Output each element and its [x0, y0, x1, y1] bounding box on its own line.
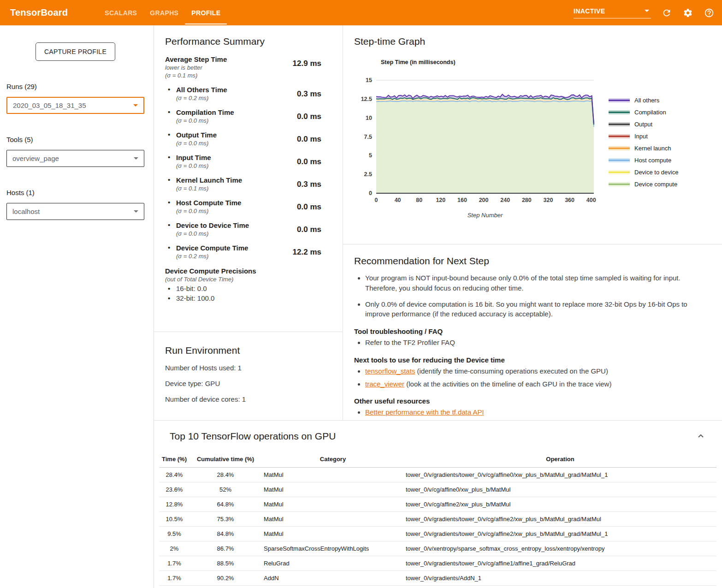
legend-label: Kernel launch — [634, 145, 671, 152]
legend-item[interactable]: Output — [609, 121, 678, 128]
legend-item[interactable]: Device to device — [609, 169, 678, 176]
metric-all-others-time: All Others Time (σ = 0.2 ms) 0.3 ms — [165, 86, 331, 101]
metric-host-compute-time: Host Compute Time (σ = 0.0 ms) 0.0 ms — [165, 199, 331, 214]
metric-label: Device Compute Time — [176, 244, 248, 252]
legend-label: Device to device — [634, 169, 678, 176]
legend-swatch-icon — [609, 158, 630, 162]
recommendation-bullet: Only 0.0% of device computation is 16 bi… — [365, 299, 711, 320]
metric-sigma: (σ = 0.0 ms) — [176, 140, 217, 147]
sidebar: CAPTURE PROFILE Runs (29) 2020_03_05_18_… — [0, 25, 154, 588]
faq-subtitle: Tool troubleshooting / FAQ — [354, 327, 711, 335]
metric-note: lower is better — [165, 64, 227, 71]
legend-item[interactable]: Device compute — [609, 181, 678, 188]
chevron-down-icon — [134, 210, 138, 213]
tab-profile[interactable]: PROFILE — [185, 0, 227, 25]
capture-profile-button[interactable]: CAPTURE PROFILE — [36, 42, 115, 61]
legend-item[interactable]: Compilation — [609, 109, 678, 116]
device-compute-precisions: Device Compute Precisions (out of Total … — [165, 267, 331, 302]
tab-graphs[interactable]: GRAPHS — [143, 0, 185, 25]
hosts-select-value: localhost — [12, 208, 40, 215]
next-tool-item: trace_viewer (look at the activities on … — [365, 379, 711, 389]
legend-label: Input — [634, 133, 648, 140]
table-row: 1.7%88.5%ReluGradtower_0/v/gradients/tow… — [160, 556, 716, 571]
faq-item: Refer to the TF2 Profiler FAQ — [365, 338, 711, 348]
metric-label: Compilation Time — [176, 108, 234, 116]
collapse-chevron-up-icon[interactable] — [695, 431, 706, 442]
svg-text:15: 15 — [366, 77, 372, 83]
svg-text:7.5: 7.5 — [364, 134, 372, 140]
refresh-icon[interactable] — [661, 7, 672, 18]
svg-text:2.5: 2.5 — [364, 171, 372, 178]
tab-scalars[interactable]: SCALARS — [98, 0, 143, 25]
metric-output-time: Output Time (σ = 0.0 ms) 0.0 ms — [165, 131, 331, 147]
metric-sigma: (σ = 0.0 ms) — [176, 162, 211, 169]
legend-swatch-icon — [609, 98, 630, 102]
tensorflow-stats-link[interactable]: tensorflow_stats — [365, 367, 415, 375]
table-row: 10.5%75.3%MatMultower_0/v/gradients/towe… — [160, 512, 716, 527]
runs-select[interactable]: 2020_03_05_18_31_35 — [6, 97, 144, 114]
metric-label: Average Step Time — [165, 55, 227, 63]
hosts-used-line: Number of Hosts used: 1 — [165, 364, 331, 372]
metric-label: Device to Device Time — [176, 221, 249, 229]
metric-sigma: (σ = 0.0 ms) — [176, 117, 234, 124]
svg-text:80: 80 — [416, 197, 422, 203]
tfdata-performance-link[interactable]: Better performance with the tf.data API — [365, 408, 484, 416]
reload-status-dropdown[interactable]: INACTIVE — [574, 7, 651, 18]
hosts-field: Hosts (1) localhost — [6, 189, 144, 220]
metric-compilation-time: Compilation Time (σ = 0.0 ms) 0.0 ms — [165, 108, 331, 124]
metric-value: 0.0 ms — [297, 225, 321, 237]
step-time-chart: 02.557.51012.515040801201602002402803203… — [354, 76, 604, 222]
legend-swatch-icon — [609, 122, 630, 126]
svg-text:12.5: 12.5 — [361, 96, 372, 102]
legend-item[interactable]: Kernel launch — [609, 145, 678, 152]
performance-summary-title: Performance Summary — [165, 36, 331, 47]
metric-label: Output Time — [176, 131, 217, 139]
trace-viewer-link[interactable]: trace_viewer — [365, 380, 404, 388]
metric-label: Host Compute Time — [176, 199, 241, 207]
tools-field: Tools (5) overview_page — [6, 136, 144, 167]
metric-input-time: Input Time (σ = 0.0 ms) 0.0 ms — [165, 154, 331, 169]
run-environment-title: Run Environment — [165, 345, 331, 356]
app-logo: TensorBoard — [10, 7, 68, 18]
legend-item[interactable]: All others — [609, 97, 678, 104]
metric-sigma: (σ = 0.1 ms) — [176, 185, 242, 192]
metric-sigma: (σ = 0.0 ms) — [176, 230, 249, 237]
svg-text:400: 400 — [586, 197, 596, 203]
svg-text:Step Number: Step Number — [468, 212, 503, 219]
column-header-operation: Operation — [404, 452, 716, 468]
runs-label: Runs (29) — [6, 83, 144, 90]
tools-select[interactable]: overview_page — [6, 150, 144, 167]
other-resource-item: Better performance with the tf.data API — [365, 407, 711, 417]
metric-value: 0.0 ms — [297, 157, 321, 169]
legend-item[interactable]: Host compute — [609, 157, 678, 164]
settings-gear-icon[interactable] — [682, 7, 693, 18]
table-row: 23.6%52%MatMultower_0/v/cg/affine0/xw_pl… — [160, 482, 716, 497]
link-description: (identify the time-consuming operations … — [415, 367, 608, 375]
tools-label: Tools (5) — [6, 136, 144, 143]
svg-text:5: 5 — [369, 152, 372, 159]
hosts-select[interactable]: localhost — [6, 203, 144, 220]
table-row: 2%86.7%SparseSoftmaxCrossEntropyWithLogi… — [160, 541, 716, 556]
recommendation-section: Recommendation for Next Step Your progra… — [343, 244, 722, 420]
legend-swatch-icon — [609, 170, 630, 174]
hosts-label: Hosts (1) — [6, 189, 144, 196]
metric-sigma: (σ = 0.1 ms) — [165, 72, 227, 79]
metric-sigma: (σ = 0.2 ms) — [176, 253, 248, 260]
legend-item[interactable]: Input — [609, 133, 678, 140]
chart-legend: All othersCompilationOutputInputKernel l… — [609, 97, 678, 222]
metric-sigma: (σ = 0.0 ms) — [176, 208, 241, 214]
link-description: (look at the activities on the timeline … — [404, 380, 611, 388]
metric-value: 0.3 ms — [297, 180, 321, 192]
app-header: TensorBoard SCALARS GRAPHS PROFILE INACT… — [0, 0, 722, 25]
chevron-down-icon — [133, 104, 138, 107]
help-icon[interactable] — [704, 7, 715, 18]
precision-16bit: 16-bit: 0.0 — [165, 285, 331, 292]
svg-text:40: 40 — [395, 197, 401, 203]
precisions-title: Device Compute Precisions — [165, 267, 331, 275]
legend-swatch-icon — [609, 182, 630, 186]
metric-device-compute-time: Device Compute Time (σ = 0.2 ms) 12.2 ms — [165, 244, 331, 260]
metric-label: All Others Time — [176, 86, 227, 94]
table-row: 1.7%91.9%ApplyGradientDescentappend_appl… — [160, 586, 716, 588]
nav-tabs: SCALARS GRAPHS PROFILE — [98, 0, 227, 25]
table-row: 1.7%90.2%AddNtower_0/v/gradients/AddN_1 — [160, 571, 716, 586]
